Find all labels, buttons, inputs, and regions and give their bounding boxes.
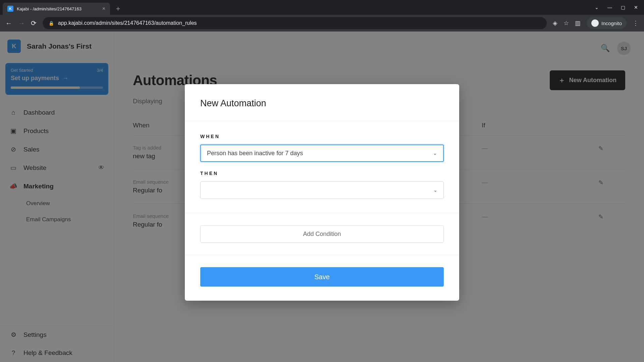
site-favicon: K — [7, 6, 13, 12]
minimize-icon[interactable]: — — [607, 5, 612, 10]
chevron-down-icon: ⌄ — [433, 187, 437, 193]
save-button[interactable]: Save — [200, 267, 444, 287]
tab-title: Kajabi - /admin/sites/2147647163 — [17, 6, 99, 11]
url-text: app.kajabi.com/admin/sites/2147647163/au… — [58, 20, 197, 26]
app-viewport: K Sarah Jonas's First Get Started 3/4 Se… — [0, 32, 644, 362]
chevron-down-icon: ⌄ — [433, 150, 437, 156]
browser-tab-strip: K Kajabi - /admin/sites/2147647163 × ＋ ⌄… — [0, 0, 644, 15]
kebab-menu-icon[interactable]: ⋮ — [633, 19, 639, 27]
browser-tab[interactable]: K Kajabi - /admin/sites/2147647163 × — [3, 3, 110, 15]
close-tab-icon[interactable]: × — [102, 6, 105, 12]
bookmark-star-icon[interactable]: ☆ — [564, 19, 569, 27]
forward-icon[interactable]: → — [18, 19, 25, 27]
window-controls: ⌄ — ▢ ✕ — [595, 5, 641, 10]
incognito-badge[interactable]: 🕶 Incognito — [587, 17, 627, 29]
when-label: WHEN — [200, 134, 444, 139]
new-tab-button[interactable]: ＋ — [115, 4, 121, 13]
when-select-value: Person has been inactive for 7 days — [207, 150, 303, 157]
new-automation-modal: New Automation WHEN Person has been inac… — [185, 84, 459, 301]
add-condition-button[interactable]: Add Condition — [200, 225, 444, 243]
modal-title: New Automation — [200, 98, 444, 109]
tracking-icon[interactable]: ◈ — [553, 19, 557, 27]
close-window-icon[interactable]: ✕ — [634, 5, 638, 10]
incognito-icon: 🕶 — [591, 19, 599, 27]
address-bar: ← → ⟳ 🔒 app.kajabi.com/admin/sites/21476… — [0, 15, 644, 32]
lock-icon: 🔒 — [49, 21, 54, 26]
then-label: THEN — [200, 171, 444, 176]
reload-icon[interactable]: ⟳ — [31, 19, 37, 27]
extensions-icon[interactable]: ▥ — [575, 19, 581, 27]
back-icon[interactable]: ← — [5, 19, 12, 27]
when-select[interactable]: Person has been inactive for 7 days ⌄ — [200, 144, 444, 162]
incognito-label: Incognito — [601, 20, 622, 26]
then-select[interactable]: ⌄ — [200, 181, 444, 199]
maximize-icon[interactable]: ▢ — [621, 5, 625, 10]
tabs-dropdown-icon[interactable]: ⌄ — [595, 5, 599, 10]
url-field[interactable]: 🔒 app.kajabi.com/admin/sites/2147647163/… — [43, 17, 547, 29]
